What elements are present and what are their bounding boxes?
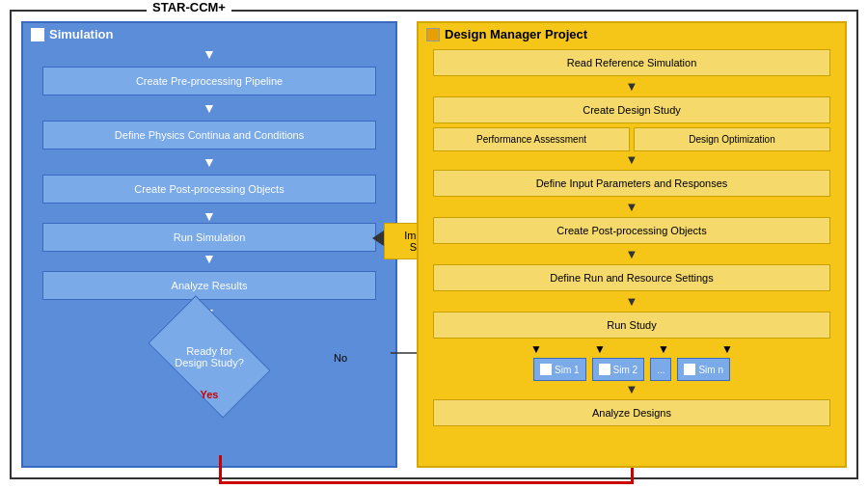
diamond-wrapper: Ready forDesign Study? No Yes <box>23 323 395 400</box>
dm-arrow-1: ▼ <box>419 80 845 93</box>
arrow-5: ▼ <box>23 252 395 265</box>
multi-arrow-row: ▼ ▼ ▼ ▼ <box>428 342 835 356</box>
improve-arrow <box>372 231 384 246</box>
performance-assessment-box: Performance Assessment <box>433 127 630 151</box>
dm-icon <box>426 28 440 41</box>
dm-arrow-2: ▼ <box>419 153 845 166</box>
branch-row: Performance Assessment Design Optimizati… <box>433 127 830 151</box>
main-container: STAR-CCM+ CAD Client Transfer Geometry S… <box>10 10 858 479</box>
arrow-4: ▼ <box>23 209 395 223</box>
sim-box-1: Sim 1 <box>533 358 586 381</box>
sim2-icon <box>599 364 610 375</box>
dm-panel-title: Design Manager Project <box>419 23 845 45</box>
sim-step-1: Create Pre-processing Pipeline <box>42 67 376 95</box>
arrow-simn: ▼ <box>698 342 756 356</box>
design-manager-panel: Design Manager Project Read Reference Si… <box>417 21 847 468</box>
dm-step-7: Analyze Designs <box>433 399 830 426</box>
dm-step-4: Create Post-processing Objects <box>433 217 830 244</box>
simulation-panel-title: Simulation <box>23 23 395 45</box>
dm-arrow-6: ▼ <box>419 383 845 395</box>
simulation-icon <box>31 28 44 41</box>
arrow-sim2: ▼ <box>571 342 629 356</box>
design-optimization-box: Design Optimization <box>634 127 830 151</box>
arrow-3: ▼ <box>23 155 395 169</box>
arrow-1: ▼ <box>23 47 395 61</box>
dm-arrow-4: ▼ <box>419 248 845 260</box>
dm-arrow-5: ▼ <box>419 295 845 308</box>
svg-marker-3 <box>372 231 384 246</box>
sim-step-2: Define Physics Continua and Conditions <box>42 121 376 149</box>
red-line-right <box>219 481 634 484</box>
sim-box-2: Sim 2 <box>592 358 645 381</box>
yes-label: Yes <box>201 389 219 400</box>
diamond-label: Ready forDesign Study? <box>151 345 267 368</box>
arrow-sim1: ▼ <box>507 342 565 356</box>
red-line-down <box>219 455 222 484</box>
sim-step-3: Create Post-processing Objects <box>42 175 376 204</box>
dm-step-5: Define Run and Resource Settings <box>433 264 830 291</box>
sim-step-5: Analyze Results <box>42 271 376 300</box>
sim-step-4: Run Simulation <box>42 223 376 252</box>
no-label: No <box>334 352 347 364</box>
sim-boxes-row: Sim 1 Sim 2 ... Sim n <box>428 358 835 381</box>
arrow-2: ▼ <box>23 101 395 115</box>
sim-box-n: Sim n <box>677 358 730 381</box>
dm-step-2: Create Design Study <box>433 96 830 123</box>
simn-icon <box>684 364 695 375</box>
dm-step-6: Run Study <box>433 312 830 339</box>
arrow-sim-dots: ▼ <box>635 342 692 356</box>
sim-box-dots: ... <box>650 358 671 381</box>
simulation-panel: Simulation ▼ Create Pre-processing Pipel… <box>21 21 397 468</box>
sim1-icon <box>540 364 552 375</box>
run-sim-row: Run Simulation Improve Setup <box>42 223 376 252</box>
dm-step-1: Read Reference Simulation <box>433 49 830 76</box>
app-title: STAR-CCM+ <box>147 0 231 14</box>
dm-step-3: Define Input Parameters and Responses <box>433 170 830 197</box>
dm-arrow-3: ▼ <box>419 201 845 213</box>
